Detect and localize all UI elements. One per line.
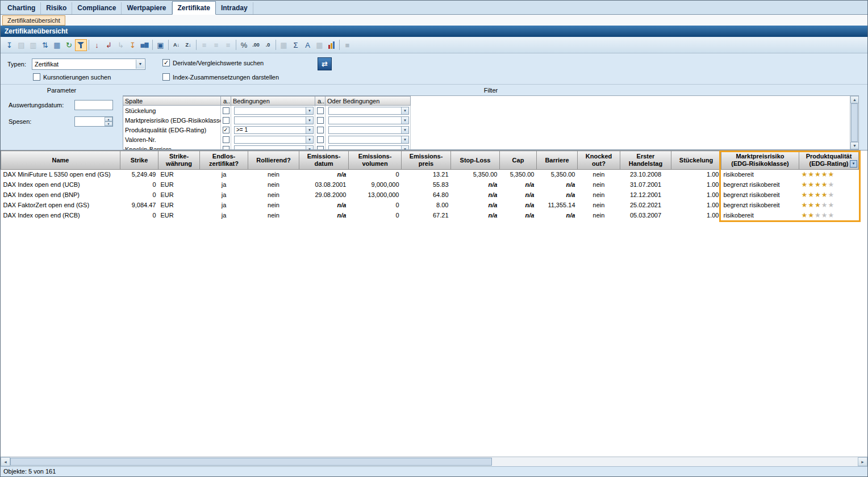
spin-up-icon[interactable]: ▲ [105,117,112,122]
scroll-left-button[interactable]: ◄ [1,457,10,466]
scroll-up-button[interactable]: ▲ [850,96,859,103]
bedingung-dropdown[interactable]: ▼ [234,136,314,144]
cell-emissions_preis: 67.21 [402,211,451,221]
tab-charting[interactable]: Charting [2,2,41,14]
sort-ascending-icon[interactable]: A↓ [170,39,182,51]
checkbox-icon[interactable] [33,73,40,81]
checkbox-icon[interactable] [162,73,170,81]
filter-active-checkbox[interactable]: ✓ [223,127,229,133]
remove-decimal-icon[interactable]: .0 [262,39,274,51]
filter-active-checkbox[interactable] [223,146,229,150]
column-header-emissions_preis[interactable]: Emissions-preis [402,151,451,170]
chevron-down-icon[interactable]: ▼ [136,60,144,69]
filter-active-checkbox[interactable] [223,117,229,124]
oder-bedingung-dropdown[interactable]: ▼ [328,145,409,150]
scroll-right-button[interactable]: ► [858,457,867,466]
column-header-emissions_datum[interactable]: Emissions-datum [299,151,349,170]
tab-intraday[interactable]: Intraday [216,2,253,14]
column-sum-icon[interactable]: ↧ [127,39,139,51]
column-header-stop_loss[interactable]: Stop-Loss [451,151,500,170]
search-refresh-button[interactable]: ⇄ [318,57,332,70]
index-zusammensetzungen-checkbox[interactable]: Index-Zusammensetzungen darstellen [162,73,279,81]
column-header-strike[interactable]: Strike [120,151,158,170]
chevron-down-icon[interactable]: ▼ [401,107,408,114]
subtab-zertifikateuebersicht[interactable]: Zertifikateübersicht [2,15,65,26]
bedingung-dropdown[interactable]: ▼ [234,107,314,115]
table-row[interactable]: DAX MiniFuture L 5350 open end (GS)5,249… [1,170,859,180]
sum-icon[interactable]: Σ [290,39,302,51]
chevron-down-icon[interactable]: ▼ [401,117,408,124]
scrollbar-thumb[interactable] [10,458,492,466]
chevron-down-icon[interactable]: ▼ [401,146,408,150]
oder-bedingung-dropdown[interactable]: ▼ [328,126,409,134]
chevron-down-icon[interactable]: ▼ [401,136,408,143]
typen-dropdown[interactable]: Zertifikat ▼ [32,58,145,70]
column-header-name[interactable]: Name [1,151,120,170]
column-filter-button[interactable]: ▼ [850,160,857,168]
column-header-knocked_out[interactable]: Knockedout? [578,151,620,170]
column-header-erster_handelstag[interactable]: ErsterHandelstag [620,151,671,170]
oder-bedingung-dropdown[interactable]: ▼ [328,136,409,144]
kursnotierungen-checkbox[interactable]: Kursnotierungen suchen [33,73,111,81]
column-header-strike_waehrung[interactable]: Strike-währung [158,151,200,170]
percent-format-icon[interactable]: % [238,39,250,51]
table-row[interactable]: DAX Index open end (RCB)0EURjaneinn/a067… [1,211,859,221]
oder-bedingung-dropdown[interactable]: ▼ [328,107,409,115]
chevron-down-icon[interactable]: ▼ [401,127,408,133]
bedingung-cell: ▼ [231,135,315,144]
filter-funnel-icon[interactable] [75,39,87,51]
column-header-endlos[interactable]: Endlos-zertifikat? [200,151,248,170]
histogram-icon[interactable]: ▅▇ [139,39,151,51]
chevron-down-icon[interactable]: ▼ [306,107,313,114]
derivate-checkbox[interactable]: ✓ Derivate/Vergleichswerte suchen [162,59,264,66]
table-row[interactable]: DAX FaktorZert open end (GS)9,084.47EURj… [1,200,859,211]
horizontal-scrollbar[interactable]: ◄ ► [1,457,867,466]
oder-aktiv-checkbox[interactable] [317,107,324,114]
insert-row-icon[interactable]: ↲ [103,39,115,51]
tab-risiko[interactable]: Risiko [41,2,72,14]
import-export-icon[interactable]: ⇅ [39,39,51,51]
chevron-down-icon[interactable]: ▼ [306,136,313,143]
edit-table-icon[interactable]: ▦ [51,39,63,51]
scrollbar-thumb[interactable] [851,103,858,142]
refresh-icon[interactable]: ↻ [63,39,75,51]
font-icon[interactable]: A [302,39,314,51]
filter-vertical-scrollbar[interactable]: ▲ ▼ [850,96,858,149]
tab-zertifikate[interactable]: Zertifikate [172,1,216,15]
filter-active-checkbox[interactable] [223,107,229,114]
table-row[interactable]: DAX Index open end (BNP)0EURjanein29.08.… [1,190,859,200]
add-decimal-icon[interactable]: .00 [250,39,262,51]
export-down-icon[interactable]: ↧ [3,39,15,51]
column-header-emissions_volumen[interactable]: Emissions-volumen [349,151,402,170]
column-header-barriere[interactable]: Barriere [537,151,578,170]
column-header-cap[interactable]: Cap [500,151,537,170]
move-row-down-icon[interactable]: ↓ [91,39,103,51]
bedingung-dropdown[interactable]: ▼ [234,116,314,124]
sort-descending-icon[interactable]: Z↓ [182,39,194,51]
tab-compliance[interactable]: Compliance [72,2,122,14]
auswertungsdatum-input[interactable] [74,100,113,110]
column-header-marktpreisrisiko[interactable]: Marktpreisrisiko(EDG-Risikoklasse) [721,151,799,170]
checkbox-icon[interactable]: ✓ [162,59,170,66]
oder-aktiv-checkbox[interactable] [317,117,324,124]
spin-down-icon[interactable]: ▼ [105,122,112,126]
oder-aktiv-checkbox[interactable] [317,146,324,150]
copy-icon[interactable]: ▣ [155,39,166,51]
column-header-rollierend[interactable]: Rollierend? [248,151,299,170]
spesen-spinner[interactable]: ▲ ▼ [74,116,113,127]
chevron-down-icon[interactable]: ▼ [306,117,313,124]
filter-active-checkbox[interactable] [223,136,229,143]
table-row[interactable]: DAX Index open end (UCB)0EURjanein03.08.… [1,180,859,190]
tab-wertpapiere[interactable]: Wertpapiere [122,2,172,14]
bedingung-dropdown[interactable]: ▼ [234,145,314,150]
oder-bedingung-dropdown[interactable]: ▼ [328,116,409,124]
chart-icon[interactable] [326,39,337,51]
column-header-produktqualitaet[interactable]: Produktqualität(EDG-Rating)▼ [799,151,859,170]
scroll-down-button[interactable]: ▼ [850,142,859,149]
chevron-down-icon[interactable]: ▼ [306,127,313,133]
oder-aktiv-checkbox[interactable] [317,136,324,143]
chevron-down-icon[interactable]: ▼ [306,146,313,150]
bedingung-dropdown[interactable]: >= 1▼ [234,126,314,134]
oder-aktiv-checkbox[interactable] [317,127,324,133]
column-header-stueckelung[interactable]: Stückelung [671,151,721,170]
